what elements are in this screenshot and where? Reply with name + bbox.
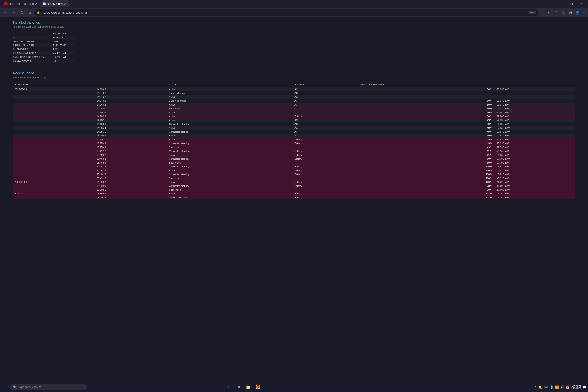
row-source <box>293 176 357 180</box>
firefox-icon: 🦊 <box>255 384 261 390</box>
row-time: 15:41:57 <box>95 149 168 153</box>
row-state: Active <box>167 153 293 157</box>
home-button[interactable]: ⌂ <box>27 10 32 15</box>
row-source <box>293 106 357 110</box>
profile-button[interactable]: 👤 <box>574 10 581 16</box>
taskbar-firefox[interactable]: 🦊 <box>254 383 262 391</box>
row-source: AC <box>293 130 357 134</box>
taskbar-file-explorer[interactable]: 📁 <box>244 383 252 391</box>
table-row: 18:29:50 Connected standby Battery 38 % … <box>13 184 575 188</box>
row-pct: 100 % <box>357 180 495 184</box>
keyboard-icon[interactable]: ⌨ <box>544 385 548 389</box>
chevron-up-icon[interactable]: ∧ <box>534 385 537 389</box>
notification-icon[interactable]: 🔔 <box>538 385 542 389</box>
address-bar[interactable]: 🔒 file:///C:/Users/Tjm/battery-report.ht… <box>34 9 539 16</box>
minimize-button[interactable]: ─ <box>556 0 566 8</box>
row-date <box>13 172 95 176</box>
tab-battery-label: Battery report <box>47 2 63 5</box>
row-date <box>13 184 95 188</box>
battery1-header: BATTERY 1 <box>53 32 74 36</box>
row-state: Active <box>167 110 293 114</box>
battery-field-value: 5271166833 <box>53 44 74 47</box>
row-source: Battery <box>293 184 357 188</box>
battery-field-row: MANUFACTURER SMP <box>13 40 74 44</box>
taskbar-cortana[interactable]: ○ <box>225 383 234 391</box>
start-button[interactable]: ⊞ <box>2 383 8 391</box>
row-time: 14:18:55 <box>95 118 168 122</box>
row-time: 18:29:51 <box>95 188 168 192</box>
installed-batteries-section: Installed batteries Information about ea… <box>13 21 575 63</box>
table-row: 14:10:26 Active AC 50 % 22,940 mWh <box>13 110 575 114</box>
table-row: 14:18:55 Active AC 49 % 22,830 mWh <box>13 118 575 122</box>
split-view-button[interactable]: ⊡ <box>568 10 573 16</box>
row-source: Battery <box>293 192 357 196</box>
bookmark-button[interactable]: ☆ <box>554 10 559 16</box>
tab-battery-close-icon[interactable]: ✕ <box>64 2 66 6</box>
row-state: Active <box>167 87 293 91</box>
taskbar-clock[interactable]: 3:40 PM 10/5/2020 <box>571 384 581 390</box>
more-options-button[interactable]: ··· <box>540 10 546 15</box>
battery-field-row: CHEMISTRY LION <box>13 47 74 51</box>
table-row: 20:49:16 Connected standby Battery 100 %… <box>13 172 575 176</box>
nav-actions: ··· 🛡 ☆ ⬛ ⊡ 👤 ≡ <box>540 10 586 16</box>
table-row: 14:28:31 Connected standby AC 49 % 22,83… <box>13 130 575 134</box>
row-pct: 50 % <box>357 106 495 110</box>
row-date <box>13 130 95 134</box>
row-state: Active <box>167 192 293 196</box>
tab-youtube[interactable]: The Healer - YouTube ✕ <box>2 0 40 7</box>
row-pct: 100 % <box>357 168 495 172</box>
back-button[interactable]: ← <box>2 10 8 15</box>
reading-list-button[interactable]: ⬛ <box>560 10 567 16</box>
battery-field-label: DESIGN CAPACITY <box>13 51 53 55</box>
nav-bar: ← → ↻ ⌂ 🔒 file:///C:/Users/Tjm/battery-r… <box>0 8 588 17</box>
row-state: Active <box>167 103 293 106</box>
row-pct: 49 % <box>357 126 495 130</box>
maximize-button[interactable]: ❐ <box>566 0 576 8</box>
row-pct: 100 % <box>357 176 495 180</box>
refresh-button[interactable]: ↻ <box>19 10 25 16</box>
row-date <box>13 126 95 130</box>
row-source: Battery <box>293 153 357 157</box>
row-state: Suspended <box>167 145 293 149</box>
row-date <box>13 106 95 110</box>
row-state: Connected standby <box>167 149 293 153</box>
forward-button[interactable]: → <box>10 10 17 15</box>
row-time: 20:49:16 <box>95 172 168 176</box>
calendar-icon[interactable]: 📅 <box>566 385 570 389</box>
row-mwh: 22,730 mWh <box>495 142 575 145</box>
row-time: 14:04:02 <box>95 103 168 106</box>
window-controls: ─ ❐ ✕ <box>556 0 586 8</box>
row-time: 14:10:26 <box>95 110 168 114</box>
network-icon[interactable]: 📶 <box>555 385 559 389</box>
row-date <box>13 95 95 99</box>
close-button[interactable]: ✕ <box>576 0 586 8</box>
battery-system-icon[interactable]: 🔋 <box>550 385 554 389</box>
row-pct: 49 % <box>357 122 495 126</box>
installed-batteries-subtitle: Information about each currently install… <box>13 25 575 28</box>
row-source <box>293 145 357 149</box>
action-center-icon[interactable]: 💬 <box>583 385 586 389</box>
file-explorer-icon: 📁 <box>246 384 251 390</box>
new-tab-button[interactable]: + <box>69 2 75 6</box>
taskbar-task-view[interactable]: ⧉ <box>234 383 243 391</box>
row-pct: - <box>357 91 495 95</box>
taskbar-search-bar[interactable]: 🔍 Type here to search <box>10 384 87 390</box>
row-pct: 60 % <box>357 161 495 164</box>
menu-button[interactable]: ≡ <box>582 10 586 15</box>
table-row: 15:20:49 Active AC 49 % 22,830 mWh <box>13 134 575 138</box>
row-mwh: 22,830 mWh <box>495 134 575 138</box>
tab-youtube-close-icon[interactable]: ✕ <box>35 2 38 6</box>
battery-field-value: M1009169 <box>53 36 74 40</box>
tab-battery[interactable]: 📄 Battery report ✕ <box>40 0 69 7</box>
taskbar: ⊞ 🔍 Type here to search ○ ⧉ 📁 🦊 ∧ 🔔 ⌨ 🔋 … <box>0 382 588 392</box>
recent-usage-subtitle: Power states over the last 3 days <box>13 76 575 79</box>
row-source <box>293 188 357 192</box>
row-mwh: 23,030 mWh <box>495 103 575 106</box>
row-state: Active <box>167 118 293 122</box>
row-pct: 100 % <box>357 164 495 168</box>
pocket-button[interactable]: 🛡 <box>547 10 553 15</box>
row-state: Active <box>167 138 293 142</box>
row-time: 15:46:59 <box>95 161 168 164</box>
battery-field-value: SMP <box>53 40 74 44</box>
volume-icon[interactable]: 🔊 <box>560 385 564 389</box>
